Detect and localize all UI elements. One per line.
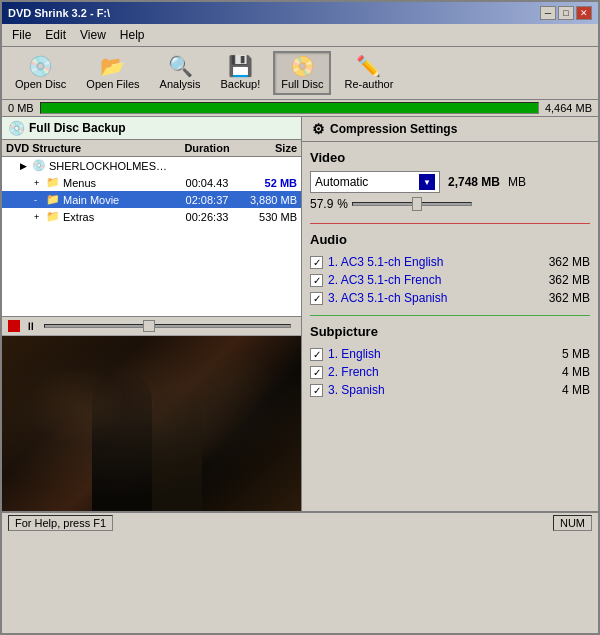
tree-item-name: Extras — [63, 211, 172, 223]
re-author-button[interactable]: ✏️ Re-author — [337, 52, 400, 94]
subpicture-checkbox-1[interactable]: ✓ — [310, 348, 323, 361]
audio-label-2: 2. AC3 5.1-ch French — [328, 273, 549, 287]
folder-icon: 📁 — [46, 193, 60, 206]
dropdown-value: Automatic — [315, 175, 368, 189]
folder-icon: 📁 — [46, 210, 60, 223]
mb-label: MB — [508, 175, 526, 189]
video-frame — [2, 336, 301, 512]
subpicture-checkbox-2[interactable]: ✓ — [310, 366, 323, 379]
tree-item-size: 52 MB — [242, 177, 297, 189]
left-panel-title: Full Disc Backup — [29, 121, 126, 135]
audio-section: Audio ✓ 1. AC3 5.1-ch English 362 MB ✓ 2… — [310, 232, 590, 307]
tree-row[interactable]: - 📁 Main Movie 02:08:37 3,880 MB — [2, 191, 301, 208]
tree-header: DVD Structure Duration Size — [2, 140, 301, 157]
subpicture-label-2: 2. French — [328, 365, 562, 379]
left-panel: 💿 Full Disc Backup DVD Structure Duratio… — [2, 117, 302, 511]
audio-item: ✓ 3. AC3 5.1-ch Spanish 362 MB — [310, 289, 590, 307]
expand-icon: + — [34, 212, 46, 222]
audio-checkbox-2[interactable]: ✓ — [310, 274, 323, 287]
audio-section-label: Audio — [310, 232, 590, 247]
subpicture-size-3: 4 MB — [562, 383, 590, 397]
silhouette-1 — [92, 371, 152, 511]
progress-bar-fill — [41, 103, 538, 113]
open-files-button[interactable]: 📂 Open Files — [79, 52, 146, 94]
maximize-button[interactable]: □ — [558, 6, 574, 20]
audio-label-3: 3. AC3 5.1-ch Spanish — [328, 291, 549, 305]
backup-button[interactable]: 💾 Backup! — [214, 52, 268, 94]
progress-right-label: 4,464 MB — [545, 102, 592, 114]
subpicture-size-1: 5 MB — [562, 347, 590, 361]
subpicture-size-2: 4 MB — [562, 365, 590, 379]
compression-slider[interactable] — [352, 202, 472, 206]
subpicture-divider — [310, 315, 590, 316]
menu-edit[interactable]: Edit — [39, 26, 72, 44]
compression-tab[interactable]: ⚙ Compression Settings — [302, 117, 598, 142]
tree-item-duration: 00:04.43 — [172, 177, 242, 189]
disc-icon: 💿 — [8, 120, 25, 136]
subpicture-label-3: 3. Spanish — [328, 383, 562, 397]
tree-row[interactable]: ▶ 💿 SHERLOCKHOLMES_GAME_ — [2, 157, 301, 174]
tree-col-name-header: DVD Structure — [6, 142, 172, 154]
analysis-icon: 🔍 — [168, 56, 193, 76]
tree-item-name: SHERLOCKHOLMES_GAME_ — [49, 160, 172, 172]
subpicture-section-label: Subpicture — [310, 324, 590, 339]
audio-label-1: 1. AC3 5.1-ch English — [328, 255, 549, 269]
tree-item-size: 3,880 MB — [242, 194, 297, 206]
expand-icon: ▶ — [20, 161, 32, 171]
tree-col-duration-header: Duration — [172, 142, 242, 154]
dvd-tree: DVD Structure Duration Size ▶ 💿 SHERLOCK… — [2, 140, 301, 317]
video-size-value: 2,748 MB — [448, 175, 500, 189]
audio-size-1: 362 MB — [549, 255, 590, 269]
open-disc-label: Open Disc — [15, 78, 66, 90]
pause-button[interactable]: ⏸ — [24, 320, 36, 332]
tree-item-duration: 02:08:37 — [172, 194, 242, 206]
menu-bar: File Edit View Help — [2, 24, 598, 47]
video-section-label: Video — [310, 150, 590, 165]
slider-thumb — [143, 320, 155, 332]
menu-view[interactable]: View — [74, 26, 112, 44]
menu-file[interactable]: File — [6, 26, 37, 44]
right-panel: ⚙ Compression Settings Video Automatic ▼… — [302, 117, 598, 511]
open-files-icon: 📂 — [100, 56, 125, 76]
minimize-button[interactable]: ─ — [540, 6, 556, 20]
compression-slider-row: 57.9 % — [310, 197, 590, 211]
analysis-label: Analysis — [160, 78, 201, 90]
toolbar: 💿 Open Disc 📂 Open Files 🔍 Analysis 💾 Ba… — [2, 47, 598, 100]
tree-row[interactable]: + 📁 Menus 00:04.43 52 MB — [2, 174, 301, 191]
video-quality-dropdown[interactable]: Automatic ▼ — [310, 171, 440, 193]
open-disc-button[interactable]: 💿 Open Disc — [8, 52, 73, 94]
stop-button[interactable] — [8, 320, 20, 332]
tree-item-name: Menus — [63, 177, 172, 189]
tree-row[interactable]: + 📁 Extras 00:26:33 530 MB — [2, 208, 301, 225]
window-controls: ─ □ ✕ — [540, 6, 592, 20]
full-disc-label: Full Disc — [281, 78, 323, 90]
analysis-button[interactable]: 🔍 Analysis — [153, 52, 208, 94]
compression-tab-label: Compression Settings — [330, 122, 457, 136]
num-lock-indicator: NUM — [553, 515, 592, 531]
audio-checkbox-3[interactable]: ✓ — [310, 292, 323, 305]
video-section: Video Automatic ▼ 2,748 MB MB 57.9 % — [310, 150, 590, 211]
expand-icon: - — [34, 195, 46, 205]
open-disc-icon: 💿 — [28, 56, 53, 76]
percent-symbol: % — [337, 197, 348, 211]
menu-help[interactable]: Help — [114, 26, 151, 44]
disc-icon: 💿 — [32, 159, 46, 172]
compression-tab-icon: ⚙ — [312, 121, 325, 137]
subpicture-item: ✓ 1. English 5 MB — [310, 345, 590, 363]
close-button[interactable]: ✕ — [576, 6, 592, 20]
re-author-icon: ✏️ — [356, 56, 381, 76]
progress-left-label: 0 MB — [8, 102, 34, 114]
subpicture-section: Subpicture ✓ 1. English 5 MB ✓ 2. French… — [310, 324, 590, 399]
video-controls-row: Automatic ▼ 2,748 MB MB — [310, 171, 590, 193]
subpicture-checkbox-3[interactable]: ✓ — [310, 384, 323, 397]
pause-icon: ⏸ — [25, 320, 36, 332]
video-preview — [2, 336, 301, 512]
compression-content: Video Automatic ▼ 2,748 MB MB 57.9 % — [302, 142, 598, 511]
playback-slider[interactable] — [44, 324, 291, 328]
slider-thumb — [412, 197, 422, 211]
full-disc-icon: 📀 — [290, 56, 315, 76]
audio-checkbox-1[interactable]: ✓ — [310, 256, 323, 269]
full-disc-button[interactable]: 📀 Full Disc — [273, 51, 331, 95]
left-panel-header: 💿 Full Disc Backup — [2, 117, 301, 140]
tree-item-name: Main Movie — [63, 194, 172, 206]
